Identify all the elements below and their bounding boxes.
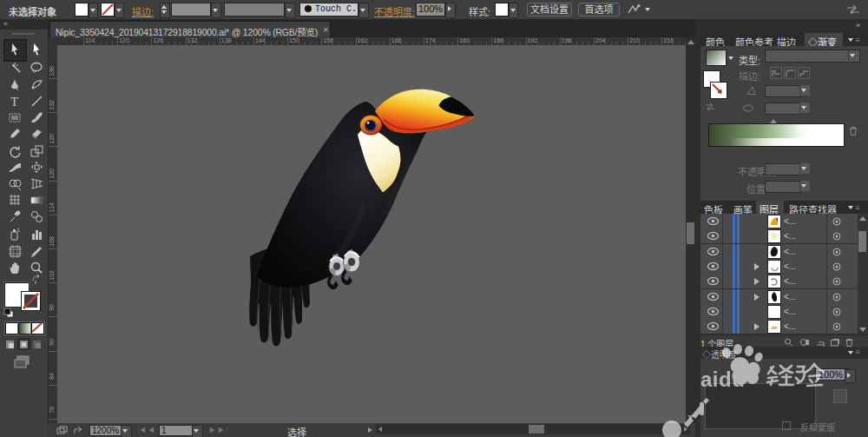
svg-text:T: T — [10, 95, 18, 109]
